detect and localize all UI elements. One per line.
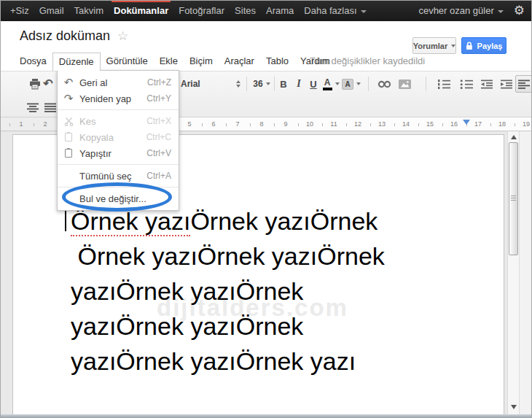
menubar: DosyaDüzenleGörüntüleEkleBiçimAraçlarTab… (14, 53, 336, 71)
italic-button[interactable]: I (293, 76, 305, 92)
ruler-tick (442, 123, 443, 126)
menu-d-zenle[interactable]: Düzenle (52, 53, 101, 71)
toolbar-separator (246, 77, 247, 91)
text-line-2: Örnek yazıÖrnek yazıÖrnek (71, 239, 385, 274)
topbar-item-sites[interactable]: Sites (235, 0, 256, 21)
menu-ara-lar[interactable]: Araçlar (219, 53, 260, 71)
print-button[interactable] (28, 76, 42, 92)
ruler-number: 15 (426, 120, 434, 128)
ruler-number: 10 (306, 120, 313, 128)
menu-g-r-nt-le[interactable]: Görüntüle (101, 53, 154, 71)
ruler-number: 2 (43, 120, 47, 128)
align-justify-button[interactable] (42, 99, 58, 115)
menu-item-shortcut: Ctrl+C (146, 132, 179, 142)
font-family-select[interactable]: Arial (181, 76, 243, 92)
underline-button[interactable]: U (307, 76, 320, 92)
edit-menu-dropdown: ↶Geri alCtrl+Z↷Yeniden yapCtrl+YKesCtrl+… (57, 70, 179, 211)
share-button[interactable]: Paylaş (461, 37, 506, 54)
document-title[interactable]: Adsız doküman☆ (20, 28, 128, 44)
menu-item-kes[interactable]: KesCtrl+X (58, 113, 179, 129)
ruler-number: 1 (19, 120, 23, 128)
bulleted-list-icon (460, 80, 473, 89)
ruler-tick (226, 123, 227, 126)
menu-item-label: Kopyala (79, 132, 146, 143)
ruler-number: 7 (235, 120, 239, 128)
font-size-select[interactable]: 36 (251, 76, 273, 92)
chevron-down-icon (266, 82, 270, 85)
document-text[interactable]: Örnek yazıÖrnek yazıÖrnek Örnek yazıÖrne… (71, 204, 385, 379)
topbar-item-arama[interactable]: Arama (266, 0, 294, 21)
menu-item-label: Yeniden yap (79, 93, 146, 104)
align-center-button[interactable] (25, 99, 41, 115)
document-header: Adsız doküman☆ Yorumlar Paylaş DosyaDüze… (0, 21, 532, 71)
ruler-number: 5 (187, 120, 191, 128)
menu-bi-im[interactable]: Biçim (184, 53, 219, 71)
menu-ekle[interactable]: Ekle (154, 53, 184, 71)
insert-image-button[interactable] (397, 76, 412, 92)
menu-item-yeniden-yap[interactable]: ↷Yeniden yapCtrl+Y (58, 90, 179, 107)
menu-separator (58, 164, 179, 165)
ruler-tick (370, 123, 371, 126)
increase-indent-button[interactable] (498, 76, 515, 92)
toolbar-separator (426, 77, 426, 91)
clipboard-icon (58, 133, 79, 142)
print-icon (29, 79, 41, 90)
topbar-item-daha-fazlas[interactable]: Daha fazlası (304, 0, 366, 21)
menu-yard-m[interactable]: Yardım (294, 53, 336, 71)
menu-separator (58, 109, 179, 110)
align-left-button[interactable] (515, 75, 532, 93)
account-menu[interactable]: cevher ozan güler (418, 5, 503, 16)
comments-button[interactable]: Yorumlar (412, 37, 456, 54)
topbar-item-takvim[interactable]: Takvim (74, 0, 103, 21)
decrease-indent-button[interactable] (479, 76, 495, 92)
menu-item-shortcut: Ctrl+Y (146, 93, 179, 104)
ruler-tick (9, 123, 10, 126)
insert-link-button[interactable] (376, 76, 394, 92)
numbered-list-icon (437, 80, 450, 89)
vertical-scrollbar[interactable] (507, 131, 520, 414)
menu-item-shortcut: Ctrl+V (146, 148, 179, 158)
topbar-item-gmail[interactable]: Gmail (39, 0, 64, 21)
menu-item-kopyala[interactable]: KopyalaCtrl+C (58, 129, 179, 145)
ruler-tick (346, 123, 347, 126)
menu-item-yap-t-r[interactable]: YapıştırCtrl+V (58, 145, 179, 161)
menu-item-label: Tümünü seç (79, 171, 146, 182)
menu-item-geri-al[interactable]: ↶Geri alCtrl+Z (58, 74, 179, 90)
topbar-item-siz[interactable]: +Siz (10, 0, 29, 21)
topbar-item-foto-raflar[interactable]: Fotoğraflar (179, 0, 224, 21)
topbar-items: +SizGmailTakvimDokümanlarFotoğraflarSite… (10, 0, 377, 21)
menu-dosya[interactable]: Dosya (14, 53, 52, 71)
toolbar-separator (368, 77, 369, 91)
share-label: Paylaş (477, 42, 503, 50)
window-bottom-edge (0, 414, 532, 418)
align-justify-icon (44, 103, 56, 112)
ruler-tick (418, 123, 419, 126)
topbar-item-dok-manlar[interactable]: Dokümanlar (114, 0, 168, 21)
indent-marker-icon[interactable] (463, 120, 470, 125)
text-color-button[interactable]: A (321, 76, 340, 92)
menu-item-t-m-n-se[interactable]: Tümünü seçCtrl+A (58, 168, 179, 184)
chevron-down-icon (361, 10, 367, 13)
document-title-text: Adsız doküman (20, 28, 110, 43)
scroll-up-icon[interactable] (511, 135, 517, 139)
highlight-color-button[interactable]: A (341, 76, 361, 92)
decrease-indent-icon (480, 80, 493, 89)
bulleted-list-button[interactable] (458, 76, 474, 92)
gear-icon[interactable]: ⚙ (514, 0, 525, 21)
menu-item-bul-ve-de-i-tir[interactable]: Bul ve değiştir... (58, 190, 179, 206)
menu-tablo[interactable]: Tablo (260, 53, 294, 71)
scroll-down-icon[interactable] (511, 405, 517, 409)
ruler-number: 19 (523, 120, 530, 128)
numbered-list-button[interactable] (436, 76, 452, 92)
menu-item-label: Kes (79, 116, 146, 127)
menu-item-shortcut: Ctrl+X (146, 116, 179, 126)
scrollbar-thumb[interactable] (509, 142, 518, 255)
star-icon[interactable]: ☆ (117, 29, 128, 43)
chevron-down-icon (335, 82, 340, 85)
ruler-number: 12 (354, 120, 361, 128)
ruler-tick (202, 123, 203, 126)
undo-button[interactable]: ↶ (42, 76, 55, 92)
ruler-number: 16 (450, 120, 458, 128)
link-icon (378, 80, 392, 88)
bold-button[interactable]: B (277, 76, 290, 92)
